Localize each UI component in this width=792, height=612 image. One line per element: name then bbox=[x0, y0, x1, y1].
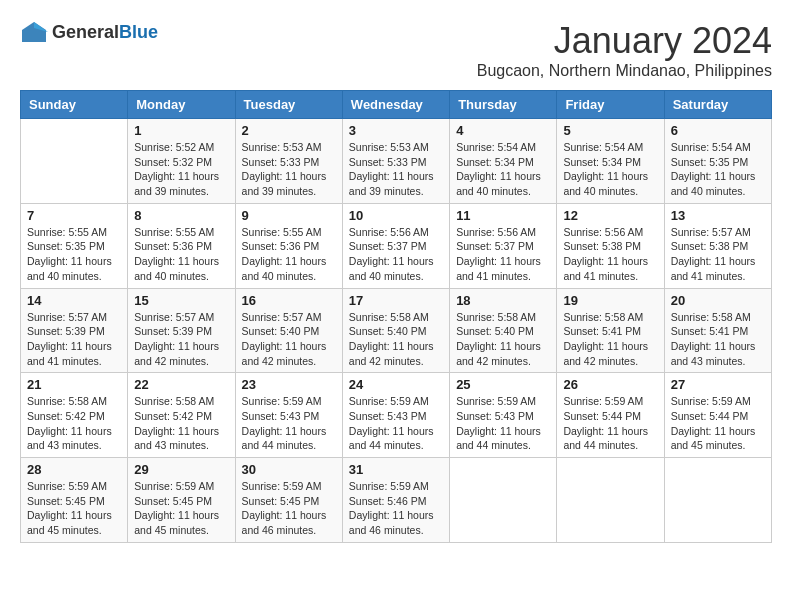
calendar-week-5: 28Sunrise: 5:59 AMSunset: 5:45 PMDayligh… bbox=[21, 458, 772, 543]
calendar-cell: 11Sunrise: 5:56 AMSunset: 5:37 PMDayligh… bbox=[450, 203, 557, 288]
day-number: 25 bbox=[456, 377, 550, 392]
calendar-cell: 19Sunrise: 5:58 AMSunset: 5:41 PMDayligh… bbox=[557, 288, 664, 373]
calendar-cell: 29Sunrise: 5:59 AMSunset: 5:45 PMDayligh… bbox=[128, 458, 235, 543]
calendar-cell: 24Sunrise: 5:59 AMSunset: 5:43 PMDayligh… bbox=[342, 373, 449, 458]
day-info: Sunrise: 5:55 AMSunset: 5:36 PMDaylight:… bbox=[134, 225, 228, 284]
weekday-header-tuesday: Tuesday bbox=[235, 91, 342, 119]
day-number: 2 bbox=[242, 123, 336, 138]
calendar-cell: 18Sunrise: 5:58 AMSunset: 5:40 PMDayligh… bbox=[450, 288, 557, 373]
weekday-header-monday: Monday bbox=[128, 91, 235, 119]
day-info: Sunrise: 5:57 AMSunset: 5:38 PMDaylight:… bbox=[671, 225, 765, 284]
calendar-cell bbox=[21, 119, 128, 204]
calendar-cell: 16Sunrise: 5:57 AMSunset: 5:40 PMDayligh… bbox=[235, 288, 342, 373]
calendar-cell: 25Sunrise: 5:59 AMSunset: 5:43 PMDayligh… bbox=[450, 373, 557, 458]
calendar-week-3: 14Sunrise: 5:57 AMSunset: 5:39 PMDayligh… bbox=[21, 288, 772, 373]
day-number: 12 bbox=[563, 208, 657, 223]
calendar-cell: 22Sunrise: 5:58 AMSunset: 5:42 PMDayligh… bbox=[128, 373, 235, 458]
day-info: Sunrise: 5:57 AMSunset: 5:39 PMDaylight:… bbox=[134, 310, 228, 369]
calendar-cell: 20Sunrise: 5:58 AMSunset: 5:41 PMDayligh… bbox=[664, 288, 771, 373]
location: Bugcaon, Northern Mindanao, Philippines bbox=[477, 62, 772, 80]
day-number: 6 bbox=[671, 123, 765, 138]
calendar-cell: 30Sunrise: 5:59 AMSunset: 5:45 PMDayligh… bbox=[235, 458, 342, 543]
day-info: Sunrise: 5:54 AMSunset: 5:35 PMDaylight:… bbox=[671, 140, 765, 199]
day-number: 30 bbox=[242, 462, 336, 477]
calendar-week-2: 7Sunrise: 5:55 AMSunset: 5:35 PMDaylight… bbox=[21, 203, 772, 288]
weekday-header-row: SundayMondayTuesdayWednesdayThursdayFrid… bbox=[21, 91, 772, 119]
day-number: 11 bbox=[456, 208, 550, 223]
day-info: Sunrise: 5:58 AMSunset: 5:40 PMDaylight:… bbox=[456, 310, 550, 369]
day-number: 16 bbox=[242, 293, 336, 308]
day-info: Sunrise: 5:53 AMSunset: 5:33 PMDaylight:… bbox=[242, 140, 336, 199]
month-year: January 2024 bbox=[477, 20, 772, 62]
day-info: Sunrise: 5:52 AMSunset: 5:32 PMDaylight:… bbox=[134, 140, 228, 199]
calendar-cell: 14Sunrise: 5:57 AMSunset: 5:39 PMDayligh… bbox=[21, 288, 128, 373]
day-number: 9 bbox=[242, 208, 336, 223]
day-number: 10 bbox=[349, 208, 443, 223]
day-number: 31 bbox=[349, 462, 443, 477]
day-number: 1 bbox=[134, 123, 228, 138]
calendar-cell: 10Sunrise: 5:56 AMSunset: 5:37 PMDayligh… bbox=[342, 203, 449, 288]
day-info: Sunrise: 5:59 AMSunset: 5:43 PMDaylight:… bbox=[242, 394, 336, 453]
weekday-header-sunday: Sunday bbox=[21, 91, 128, 119]
day-number: 14 bbox=[27, 293, 121, 308]
day-info: Sunrise: 5:59 AMSunset: 5:43 PMDaylight:… bbox=[349, 394, 443, 453]
calendar-cell: 6Sunrise: 5:54 AMSunset: 5:35 PMDaylight… bbox=[664, 119, 771, 204]
calendar-cell: 9Sunrise: 5:55 AMSunset: 5:36 PMDaylight… bbox=[235, 203, 342, 288]
day-info: Sunrise: 5:55 AMSunset: 5:35 PMDaylight:… bbox=[27, 225, 121, 284]
weekday-header-wednesday: Wednesday bbox=[342, 91, 449, 119]
day-info: Sunrise: 5:54 AMSunset: 5:34 PMDaylight:… bbox=[563, 140, 657, 199]
weekday-header-saturday: Saturday bbox=[664, 91, 771, 119]
calendar-cell: 5Sunrise: 5:54 AMSunset: 5:34 PMDaylight… bbox=[557, 119, 664, 204]
day-info: Sunrise: 5:57 AMSunset: 5:40 PMDaylight:… bbox=[242, 310, 336, 369]
day-number: 22 bbox=[134, 377, 228, 392]
calendar-cell: 17Sunrise: 5:58 AMSunset: 5:40 PMDayligh… bbox=[342, 288, 449, 373]
day-info: Sunrise: 5:59 AMSunset: 5:44 PMDaylight:… bbox=[671, 394, 765, 453]
day-number: 26 bbox=[563, 377, 657, 392]
calendar-cell: 13Sunrise: 5:57 AMSunset: 5:38 PMDayligh… bbox=[664, 203, 771, 288]
calendar-cell bbox=[557, 458, 664, 543]
day-number: 23 bbox=[242, 377, 336, 392]
calendar-week-4: 21Sunrise: 5:58 AMSunset: 5:42 PMDayligh… bbox=[21, 373, 772, 458]
day-number: 13 bbox=[671, 208, 765, 223]
logo-icon bbox=[20, 20, 48, 44]
day-info: Sunrise: 5:59 AMSunset: 5:44 PMDaylight:… bbox=[563, 394, 657, 453]
calendar-cell: 28Sunrise: 5:59 AMSunset: 5:45 PMDayligh… bbox=[21, 458, 128, 543]
calendar-cell: 27Sunrise: 5:59 AMSunset: 5:44 PMDayligh… bbox=[664, 373, 771, 458]
day-number: 28 bbox=[27, 462, 121, 477]
day-info: Sunrise: 5:59 AMSunset: 5:45 PMDaylight:… bbox=[134, 479, 228, 538]
calendar-cell: 26Sunrise: 5:59 AMSunset: 5:44 PMDayligh… bbox=[557, 373, 664, 458]
logo-general: GeneralBlue bbox=[52, 22, 158, 43]
calendar-cell: 1Sunrise: 5:52 AMSunset: 5:32 PMDaylight… bbox=[128, 119, 235, 204]
day-info: Sunrise: 5:54 AMSunset: 5:34 PMDaylight:… bbox=[456, 140, 550, 199]
calendar-cell: 4Sunrise: 5:54 AMSunset: 5:34 PMDaylight… bbox=[450, 119, 557, 204]
day-info: Sunrise: 5:56 AMSunset: 5:37 PMDaylight:… bbox=[456, 225, 550, 284]
calendar-cell: 2Sunrise: 5:53 AMSunset: 5:33 PMDaylight… bbox=[235, 119, 342, 204]
day-number: 7 bbox=[27, 208, 121, 223]
day-number: 4 bbox=[456, 123, 550, 138]
calendar-cell: 23Sunrise: 5:59 AMSunset: 5:43 PMDayligh… bbox=[235, 373, 342, 458]
calendar-cell: 7Sunrise: 5:55 AMSunset: 5:35 PMDaylight… bbox=[21, 203, 128, 288]
day-number: 18 bbox=[456, 293, 550, 308]
calendar-table: SundayMondayTuesdayWednesdayThursdayFrid… bbox=[20, 90, 772, 543]
weekday-header-thursday: Thursday bbox=[450, 91, 557, 119]
day-info: Sunrise: 5:58 AMSunset: 5:42 PMDaylight:… bbox=[27, 394, 121, 453]
calendar-cell: 12Sunrise: 5:56 AMSunset: 5:38 PMDayligh… bbox=[557, 203, 664, 288]
weekday-header-friday: Friday bbox=[557, 91, 664, 119]
calendar-cell: 31Sunrise: 5:59 AMSunset: 5:46 PMDayligh… bbox=[342, 458, 449, 543]
calendar-cell bbox=[664, 458, 771, 543]
calendar-cell bbox=[450, 458, 557, 543]
day-info: Sunrise: 5:59 AMSunset: 5:46 PMDaylight:… bbox=[349, 479, 443, 538]
day-info: Sunrise: 5:58 AMSunset: 5:41 PMDaylight:… bbox=[563, 310, 657, 369]
day-info: Sunrise: 5:56 AMSunset: 5:37 PMDaylight:… bbox=[349, 225, 443, 284]
day-info: Sunrise: 5:58 AMSunset: 5:41 PMDaylight:… bbox=[671, 310, 765, 369]
calendar-cell: 8Sunrise: 5:55 AMSunset: 5:36 PMDaylight… bbox=[128, 203, 235, 288]
logo: GeneralBlue bbox=[20, 20, 158, 44]
calendar-cell: 15Sunrise: 5:57 AMSunset: 5:39 PMDayligh… bbox=[128, 288, 235, 373]
day-number: 8 bbox=[134, 208, 228, 223]
day-number: 15 bbox=[134, 293, 228, 308]
calendar-cell: 3Sunrise: 5:53 AMSunset: 5:33 PMDaylight… bbox=[342, 119, 449, 204]
title-block: January 2024 Bugcaon, Northern Mindanao,… bbox=[477, 20, 772, 80]
day-number: 29 bbox=[134, 462, 228, 477]
day-number: 5 bbox=[563, 123, 657, 138]
day-info: Sunrise: 5:59 AMSunset: 5:45 PMDaylight:… bbox=[242, 479, 336, 538]
